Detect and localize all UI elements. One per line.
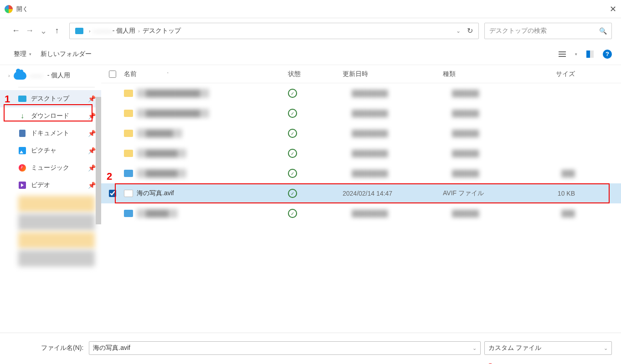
nav-history-dropdown-icon[interactable]: ⌄ (36, 24, 50, 38)
pin-icon[interactable]: 📌 (88, 95, 96, 102)
filename-label: ファイル名(N): (9, 344, 83, 352)
sidebar-item-music[interactable]: ミュージック 📌 (0, 159, 101, 177)
sort-indicator-icon: ˄ (167, 72, 169, 76)
pin-icon[interactable]: 📌 (88, 112, 96, 120)
music-icon (19, 164, 26, 172)
video-icon (19, 182, 26, 189)
preview-pane-button[interactable] (585, 50, 595, 59)
close-icon[interactable]: ✕ (610, 4, 616, 14)
chevron-down-icon: ▾ (29, 52, 31, 56)
annotation-2: 2 (107, 171, 112, 182)
search-placeholder: デスクトップの検索 (489, 27, 599, 35)
sidebar-onedrive[interactable]: › —— - 個人用 (0, 68, 101, 83)
file-icon (124, 170, 133, 177)
file-icon (124, 190, 133, 197)
sidebar-item-label: ミュージック (31, 164, 83, 172)
help-icon[interactable]: ? (603, 50, 612, 59)
list-view-icon (559, 51, 566, 57)
search-input[interactable]: デスクトップの検索 🔍 (484, 23, 612, 39)
nav-up-icon[interactable]: ↑ (50, 24, 64, 38)
refresh-icon[interactable]: ↻ (464, 26, 476, 35)
sidebar-item-documents[interactable]: ドキュメント 📌 (0, 125, 101, 142)
sync-ok-icon (288, 109, 297, 116)
sync-ok-icon (288, 189, 297, 197)
organize-button[interactable]: 整理 ▾ (9, 47, 36, 61)
column-header-size[interactable]: サイズ (529, 70, 584, 78)
pin-icon[interactable]: 📌 (88, 147, 96, 154)
filetype-select[interactable]: カスタム ファイル ⌄ (484, 341, 612, 355)
sidebar-item-desktop[interactable]: デスクトップ 📌 (0, 90, 101, 107)
file-row-blurred[interactable]: ██████████████████████████ (101, 103, 621, 123)
file-size: 10 KB (529, 190, 584, 197)
sidebar-item-blurred[interactable] (18, 232, 95, 248)
folder-icon (124, 130, 133, 137)
scrollbar[interactable] (96, 97, 101, 224)
sidebar-top-blurred: —— (30, 72, 44, 79)
app-icon (5, 5, 13, 13)
breadcrumb-blurred: ——— (93, 27, 113, 35)
address-dropdown-icon[interactable]: ⌄ (452, 28, 464, 34)
breadcrumb-sep-icon: › (138, 28, 140, 34)
column-header-name[interactable]: 名前˄ (124, 70, 288, 78)
new-folder-button[interactable]: 新しいフォルダー (36, 47, 96, 61)
row-checkbox[interactable] (101, 190, 124, 197)
document-icon (19, 130, 26, 137)
breadcrumb-part2[interactable]: デスクトップ (143, 27, 181, 35)
folder-icon (124, 150, 133, 157)
breadcrumb-sep-icon: › (89, 28, 91, 34)
chevron-down-icon[interactable]: ⌄ (472, 345, 477, 351)
sidebar-item-blurred[interactable] (18, 250, 95, 267)
view-mode-button[interactable] (558, 50, 567, 59)
sidebar-top-label: - 個人用 (47, 71, 71, 80)
cloud-icon (14, 71, 26, 80)
preview-pane-icon (586, 51, 594, 58)
chevron-right-icon[interactable]: › (8, 73, 10, 78)
file-row-blurred[interactable]: █████████████████████ (101, 143, 621, 163)
sidebar: › —— - 個人用 1 デスクトップ 📌 ↓ ダウンロード 📌 ドキュメント … (0, 65, 101, 333)
desktop-icon (18, 96, 26, 102)
chevron-down-icon[interactable]: ⌄ (604, 345, 608, 351)
nav-back-icon[interactable]: ← (9, 24, 23, 38)
organize-label: 整理 (14, 50, 26, 58)
file-row-blurred[interactable]: ████████████████████████ (101, 163, 621, 183)
sync-ok-icon (288, 89, 297, 96)
sidebar-item-label: ドキュメント (31, 129, 83, 137)
sidebar-item-downloads[interactable]: ↓ ダウンロード 📌 (0, 107, 101, 125)
pin-icon[interactable]: 📌 (88, 164, 96, 172)
file-date: 2024/02/14 14:47 (343, 190, 443, 197)
filename-value: 海の写真.avif (93, 344, 472, 352)
file-row-blurred[interactable]: ████████████████████ (101, 123, 621, 143)
file-row-blurred[interactable]: ██████████████████████████ (101, 83, 621, 103)
pin-icon[interactable]: 📌 (88, 130, 96, 137)
divider (18, 87, 95, 87)
file-list: 名前˄ 状態 更新日時 種類 サイズ █████████████████████… (101, 65, 621, 333)
pin-icon[interactable]: 📌 (88, 182, 96, 189)
sidebar-item-pictures[interactable]: ピクチャ 📌 (0, 142, 101, 159)
file-list-header: 名前˄ 状態 更新日時 種類 サイズ (101, 65, 621, 83)
select-all-checkbox[interactable] (101, 71, 124, 78)
folder-icon (124, 110, 133, 117)
filename-input[interactable]: 海の写真.avif ⌄ (89, 341, 481, 355)
window-title: 開く (16, 5, 28, 13)
sidebar-item-label: ビデオ (31, 181, 83, 189)
column-header-type[interactable]: 種類 (443, 70, 529, 78)
address-bar[interactable]: › ——— - 個人用 › デスクトップ ⌄ ↻ (69, 23, 479, 39)
filetype-value: カスタム ファイル (488, 344, 604, 352)
sidebar-item-blurred[interactable] (18, 214, 95, 230)
pc-icon (75, 28, 83, 34)
column-header-state[interactable]: 状態 (288, 70, 343, 78)
column-header-date[interactable]: 更新日時 (343, 70, 443, 78)
sidebar-item-label: ダウンロード (31, 112, 83, 120)
file-row-blurred[interactable]: ██████████████████████ (101, 203, 621, 223)
sidebar-item-blurred[interactable] (18, 196, 95, 212)
annotation-3: 3 (488, 361, 493, 364)
chevron-down-icon[interactable]: ▾ (575, 52, 577, 56)
breadcrumb-part1[interactable]: - 個人用 (113, 27, 136, 35)
nav-forward-icon[interactable]: → (23, 24, 36, 38)
sidebar-item-videos[interactable]: ビデオ 📌 (0, 177, 101, 194)
sync-ok-icon (288, 129, 297, 136)
file-row-selected[interactable]: 海の写真.avif 2024/02/14 14:47 AVIF ファイル 10 … (101, 183, 621, 203)
file-icon (124, 210, 133, 217)
pictures-icon (19, 147, 26, 154)
file-type: AVIF ファイル (443, 189, 529, 197)
